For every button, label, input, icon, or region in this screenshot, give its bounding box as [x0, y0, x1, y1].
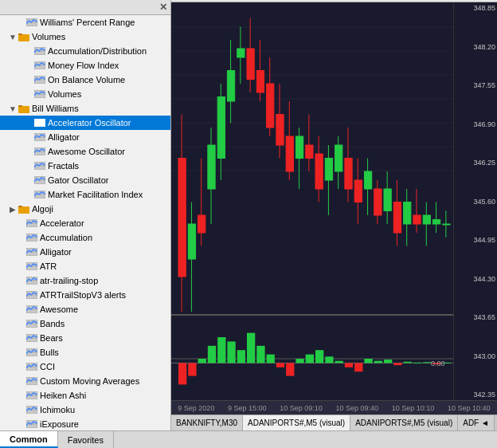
svg-rect-126 — [374, 189, 382, 215]
indicator-icon-williams — [25, 16, 38, 29]
tree-item-money_flow[interactable]: Money Flow Index — [0, 58, 170, 73]
price-label: 342.35 — [456, 391, 495, 399]
indicator-icon-alligator — [33, 131, 46, 143]
navigator-close-button[interactable]: ✕ — [159, 2, 167, 13]
svg-rect-30 — [18, 206, 22, 207]
tree-item-awesome[interactable]: Awesome — [0, 302, 170, 316]
svg-rect-165 — [384, 360, 392, 363]
tree-item-acc_dist[interactable]: Accumulation/Distribution — [0, 44, 170, 58]
tree-item-label-iexposure: iExposure — [40, 419, 79, 429]
tree-item-label-cci: CCI — [40, 362, 55, 371]
indicator-icon-acc_dist — [33, 45, 46, 57]
tree-item-bulls[interactable]: Bulls — [0, 345, 170, 360]
svg-rect-168 — [413, 363, 421, 364]
svg-rect-136 — [423, 215, 430, 224]
tree-item-bears[interactable]: Bears — [0, 331, 170, 345]
indicator-icon-bears — [25, 332, 38, 344]
tab-common[interactable]: Common — [0, 431, 58, 448]
indicator-icon-iexposure — [25, 418, 38, 430]
indicator-icon-market_fac — [33, 188, 46, 201]
sub-chart-panel: 0.00 — [171, 314, 453, 400]
svg-rect-154 — [276, 363, 284, 367]
tree-item-label-acc_dist: Accumulation/Distribution — [48, 46, 147, 56]
svg-rect-114 — [315, 154, 323, 189]
svg-rect-132 — [404, 202, 411, 225]
tree-item-alligator[interactable]: Alligator — [0, 130, 170, 144]
tree-item-gator_osc[interactable]: Gator Oscillator — [0, 173, 170, 187]
indicator-icon-accelerator — [25, 217, 38, 230]
indicator-icon-alligator2 — [25, 246, 38, 258]
tree-item-williams[interactable]: Williams' Percent Range — [0, 15, 170, 29]
tree-item-label-heiken_ashi: Heiken Ashi — [40, 391, 86, 400]
svg-rect-164 — [374, 361, 382, 364]
svg-rect-145 — [188, 363, 196, 375]
svg-rect-161 — [345, 363, 353, 367]
svg-rect-153 — [267, 355, 275, 364]
price-label: 346.90 — [456, 120, 495, 128]
svg-rect-92 — [208, 145, 215, 189]
svg-rect-134 — [413, 215, 421, 224]
tree-item-label-on_balance: On Balance Volume — [48, 75, 125, 84]
svg-rect-106 — [276, 115, 284, 146]
tree-item-label-acc_osc: Accelerator Oscillator — [48, 118, 131, 128]
symbol-tab-1[interactable]: ADANIPORTS#,M5 (visual) — [243, 415, 350, 430]
price-label: 344.30 — [456, 275, 495, 283]
tree-item-label-volumes_group: Volumes — [32, 32, 65, 41]
svg-rect-124 — [364, 171, 371, 189]
symbol-tab-2[interactable]: ADANIPORTS#,M5 (visual) — [350, 415, 458, 430]
tree-item-atr_trailing[interactable]: atr-trailing-stop — [0, 273, 170, 288]
tab-favorites[interactable]: Favorites — [58, 431, 114, 448]
tree-item-label-custom_ma: Custom Moving Averages — [40, 376, 139, 386]
tree-item-label-bulls: Bulls — [40, 348, 59, 357]
svg-rect-86 — [178, 159, 186, 277]
tree-item-custom_ma[interactable]: Custom Moving Averages — [0, 374, 170, 388]
tree-item-label-gator_osc: Gator Oscillator — [48, 175, 108, 185]
svg-rect-157 — [306, 355, 314, 364]
svg-rect-90 — [198, 215, 205, 233]
indicator-icon-atr_trail_v3 — [25, 289, 38, 301]
indicator-icon-acc_osc — [33, 116, 46, 129]
tree-item-on_balance[interactable]: On Balance Volume — [0, 73, 170, 87]
svg-rect-88 — [188, 224, 195, 259]
expand-icon-algoji[interactable]: ▶ — [8, 205, 18, 214]
tree-item-acc_osc[interactable]: Accelerator Oscillator — [0, 116, 170, 130]
main-chart-panel — [171, 2, 453, 314]
tree-item-accelerator[interactable]: Accelerator — [0, 216, 170, 230]
expand-icon-volumes_group[interactable]: ▼ — [8, 33, 18, 41]
tree-item-cci[interactable]: CCI — [0, 360, 170, 374]
tree-item-atr[interactable]: ATR — [0, 259, 170, 273]
symbol-tab-3[interactable]: ADF ◄ — [458, 415, 495, 430]
tree-item-ichimoku[interactable]: Ichimoku — [0, 403, 170, 417]
svg-rect-162 — [354, 363, 362, 371]
tree-item-algoji[interactable]: ▶Algoji — [0, 202, 170, 216]
price-label: 345.60 — [456, 198, 495, 206]
bottom-tabs-bar: CommonFavorites — [0, 430, 497, 448]
tree-item-fractals[interactable]: Fractals — [0, 159, 170, 173]
indicator-icon-bands — [25, 317, 38, 330]
svg-rect-110 — [295, 136, 303, 159]
indicator-icon-awesome — [25, 303, 38, 316]
tree-item-volumes_group[interactable]: ▼Volumes — [0, 29, 170, 44]
time-label: 9 Sep 15:00 — [228, 404, 267, 412]
tree-item-volumes[interactable]: Volumes — [0, 87, 170, 101]
tree-item-label-awesome_osc: Awesome Oscillator — [48, 147, 125, 156]
svg-rect-150 — [237, 350, 245, 363]
svg-rect-116 — [325, 159, 332, 181]
tree-item-heiken_ashi[interactable]: Heiken Ashi — [0, 388, 170, 403]
price-label: 347.55 — [456, 81, 495, 89]
svg-rect-151 — [247, 333, 255, 364]
tree-item-iexposure[interactable]: iExposure — [0, 417, 170, 430]
tree-item-bands[interactable]: Bands — [0, 316, 170, 331]
symbol-tab-0[interactable]: BANKNIFTY,M30 — [171, 415, 243, 430]
tree-item-label-atr: ATR — [40, 261, 57, 271]
tree-item-label-alligator2: Alligator — [40, 247, 72, 257]
tree-item-label-accumulation: Accumulation — [40, 233, 92, 242]
expand-icon-bill_williams_group[interactable]: ▼ — [8, 104, 18, 113]
tree-item-atr_trail_v3[interactable]: ATRTrailStopV3 alerts — [0, 288, 170, 302]
tree-item-bill_williams_group[interactable]: ▼Bill Williams — [0, 101, 170, 116]
tree-item-accumulation[interactable]: Accumulation — [0, 230, 170, 245]
tree-item-market_fac[interactable]: Market Facilitation Index — [0, 187, 170, 202]
tree-item-alligator2[interactable]: Alligator — [0, 245, 170, 259]
tree-item-awesome_osc[interactable]: Awesome Oscillator — [0, 144, 170, 159]
symbol-tabs-bar: BANKNIFTY,M30ADANIPORTS#,M5 (visual)ADAN… — [171, 415, 497, 430]
